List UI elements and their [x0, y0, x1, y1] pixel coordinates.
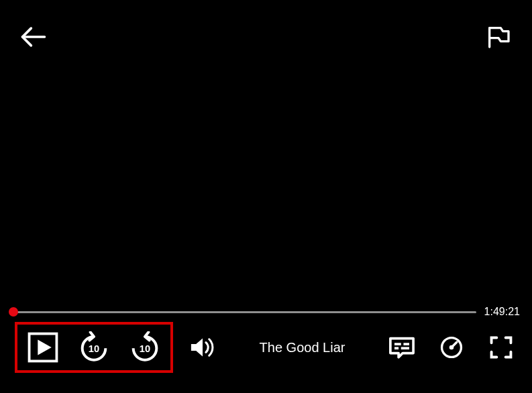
highlighted-playback-controls: 10 10: [15, 322, 173, 373]
flag-button[interactable]: [484, 22, 513, 52]
fullscreen-button[interactable]: [485, 331, 517, 363]
playback-speed-icon: [438, 334, 465, 361]
seek-bar[interactable]: [11, 311, 476, 313]
volume-button[interactable]: [187, 331, 219, 363]
play-icon: [28, 332, 58, 363]
progress-row: 1:49:21: [11, 306, 521, 318]
time-remaining: 1:49:21: [484, 306, 521, 318]
svg-marker-2: [38, 340, 51, 355]
rewind-10-button[interactable]: 10: [78, 331, 110, 363]
svg-line-12: [451, 342, 457, 347]
flag-icon: [485, 23, 512, 50]
play-button[interactable]: [27, 331, 59, 363]
title-area: The Good Liar: [219, 340, 386, 355]
svg-marker-5: [191, 339, 203, 357]
player-top-bar: [0, 20, 532, 54]
svg-text:10: 10: [89, 343, 99, 354]
forward-10-button[interactable]: 10: [129, 331, 161, 363]
playback-speed-button[interactable]: [435, 331, 468, 363]
video-title: The Good Liar: [260, 340, 345, 355]
fullscreen-icon: [488, 334, 515, 361]
controls-row: 10 10 The Good Liar: [0, 323, 532, 372]
back-button[interactable]: [19, 22, 48, 52]
right-controls: [386, 331, 517, 363]
subtitles-icon: [387, 333, 417, 362]
subtitles-button[interactable]: [386, 331, 418, 363]
volume-icon: [188, 333, 217, 362]
svg-text:10: 10: [140, 343, 150, 354]
rewind-10-icon: 10: [78, 331, 110, 363]
seek-bar-thumb[interactable]: [9, 307, 18, 317]
back-arrow-icon: [19, 22, 48, 52]
forward-10-icon: 10: [129, 331, 161, 363]
